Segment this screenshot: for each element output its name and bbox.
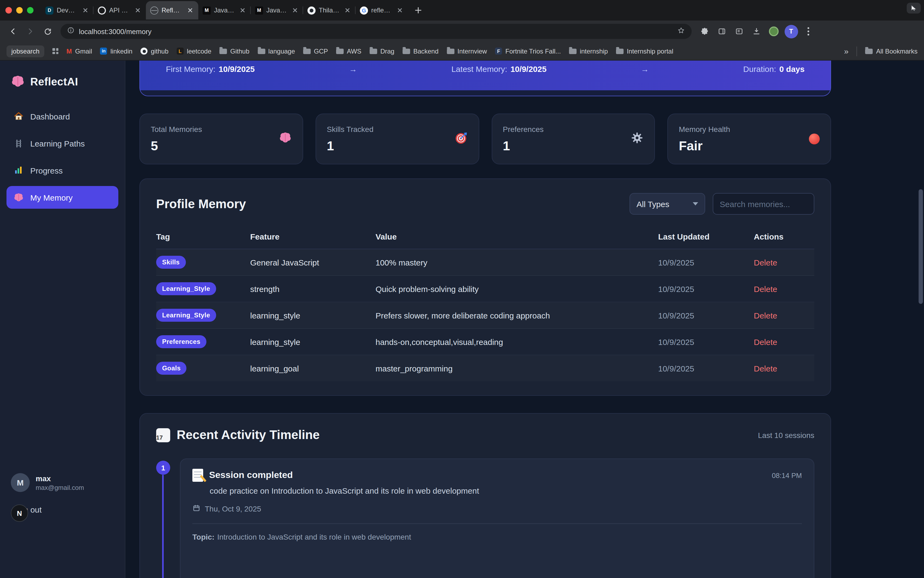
sidebar-item-learning-paths[interactable]: Learning Paths bbox=[6, 132, 118, 155]
close-tab-icon[interactable] bbox=[396, 6, 404, 14]
close-tab-icon[interactable] bbox=[291, 6, 299, 14]
bookmark-folder-internview[interactable]: Internview bbox=[447, 47, 487, 55]
bookmarks-bar: jobsearch MGmail inlinkedin github Lleet… bbox=[0, 42, 924, 60]
mdn-favicon: M bbox=[202, 6, 211, 14]
sidebar-item-label: Dashboard bbox=[30, 112, 70, 121]
new-tab-button[interactable] bbox=[411, 3, 425, 17]
session-title: Session completed bbox=[209, 470, 293, 481]
folder-icon bbox=[447, 49, 454, 54]
bookmark-folder-backend[interactable]: Backend bbox=[403, 47, 439, 55]
extension-grasshopper-icon[interactable] bbox=[766, 24, 782, 39]
minimize-window-button[interactable] bbox=[16, 7, 23, 13]
bookmark-folder-gcp[interactable]: GCP bbox=[303, 47, 328, 55]
sidebar-item-my-memory[interactable]: My Memory bbox=[6, 186, 118, 209]
bookmark-gmail[interactable]: MGmail bbox=[66, 47, 92, 55]
bookmark-folder-github[interactable]: Github bbox=[219, 47, 249, 55]
close-tab-icon[interactable] bbox=[134, 6, 142, 14]
table-row: Learning_Style learning_style Prefers sl… bbox=[156, 302, 814, 328]
gmail-icon: M bbox=[66, 47, 72, 55]
panel-title: Recent Activity Timeline bbox=[177, 428, 320, 442]
delete-button[interactable]: Delete bbox=[754, 337, 777, 346]
main-content: First Memory:10/9/2025 → Latest Memory:1… bbox=[125, 60, 924, 578]
sessions-count-label: Last 10 sessions bbox=[758, 431, 814, 439]
tag-badge: Preferences bbox=[156, 335, 206, 348]
zoom-window-button[interactable] bbox=[27, 7, 34, 13]
bookmark-star-icon[interactable] bbox=[677, 26, 685, 36]
memo-icon bbox=[193, 469, 203, 482]
type-filter-select[interactable]: All Types bbox=[629, 193, 705, 215]
tab-title: JavaScript data types and bbox=[214, 6, 236, 14]
calendar-outline-icon bbox=[193, 504, 201, 514]
site-info-icon[interactable] bbox=[67, 26, 74, 36]
bookmarks-overflow-chevron[interactable]: » bbox=[844, 47, 849, 56]
browser-profile-avatar[interactable]: T bbox=[783, 24, 799, 39]
forward-icon[interactable] bbox=[23, 24, 38, 39]
side-panel-icon[interactable] bbox=[714, 24, 730, 39]
bookmark-apps-grid[interactable] bbox=[52, 48, 58, 54]
first-memory: First Memory:10/9/2025 bbox=[166, 64, 255, 73]
tab-google-search[interactable]: G reflection - Google Searc bbox=[356, 2, 408, 18]
sidebar-item-dashboard[interactable]: Dashboard bbox=[6, 105, 118, 128]
tab-mdn-1[interactable]: M JavaScript data types and bbox=[198, 2, 251, 18]
address-bar[interactable]: localhost:3000/memory bbox=[60, 24, 692, 39]
calendar-icon: 17 bbox=[156, 428, 170, 442]
all-bookmarks-button[interactable]: All Bookmarks bbox=[866, 47, 918, 55]
bookmark-folder-internship[interactable]: internship bbox=[569, 47, 608, 55]
session-date: Thu, Oct 9, 2025 bbox=[205, 505, 261, 513]
bookmark-folder-internship-portal[interactable]: Internship portal bbox=[616, 47, 673, 55]
mdn-favicon: M bbox=[255, 6, 263, 14]
close-tab-icon[interactable] bbox=[239, 6, 246, 14]
col-actions: Actions bbox=[754, 227, 814, 249]
delete-button[interactable]: Delete bbox=[754, 284, 777, 293]
search-memories-input[interactable] bbox=[713, 193, 814, 215]
sidebar-item-progress[interactable]: Progress bbox=[6, 159, 118, 182]
user-name: max bbox=[36, 474, 84, 482]
folder-icon bbox=[219, 49, 227, 54]
bookmark-github[interactable]: github bbox=[141, 47, 168, 55]
delete-button[interactable]: Delete bbox=[754, 311, 777, 320]
close-tab-icon[interactable] bbox=[344, 6, 351, 14]
close-tab-icon[interactable] bbox=[186, 6, 194, 14]
reading-list-icon[interactable] bbox=[731, 24, 747, 39]
bookmark-leetcode[interactable]: Lleetcode bbox=[177, 47, 212, 55]
col-tag: Tag bbox=[156, 227, 250, 249]
user-avatar: M bbox=[11, 473, 30, 492]
delete-button[interactable]: Delete bbox=[754, 258, 777, 267]
folder-icon bbox=[616, 49, 623, 54]
bookmark-folder-drag[interactable]: Drag bbox=[370, 47, 395, 55]
stat-preferences: Preferences 1 bbox=[492, 114, 655, 164]
panel-title: Profile Memory bbox=[156, 196, 246, 211]
fortnite-icon: F bbox=[495, 47, 502, 55]
bookmark-fortnite[interactable]: FFortnite Trios Fall... bbox=[495, 47, 561, 55]
browser-menu-kebab-icon[interactable] bbox=[801, 24, 816, 39]
sidebar-item-label: My Memory bbox=[30, 193, 73, 202]
scrollbar-thumb[interactable] bbox=[919, 189, 923, 304]
bookmark-folder-language[interactable]: language bbox=[257, 47, 295, 55]
col-last-updated: Last Updated bbox=[658, 227, 754, 249]
close-tab-icon[interactable] bbox=[82, 6, 89, 14]
downloads-icon[interactable] bbox=[749, 24, 764, 39]
notification-n-badge[interactable]: N bbox=[11, 505, 28, 522]
extensions-puzzle-icon[interactable] bbox=[697, 24, 712, 39]
app-window: ReflectAI Dashboard Learning Paths bbox=[0, 60, 924, 578]
delete-button[interactable]: Delete bbox=[754, 364, 777, 373]
target-icon bbox=[455, 132, 468, 146]
tab-github[interactable]: ThilakNarasimhamurthy/R bbox=[303, 2, 356, 18]
openai-favicon bbox=[98, 6, 106, 14]
sidebar-item-label: Progress bbox=[30, 166, 63, 175]
reload-icon[interactable] bbox=[40, 24, 55, 39]
bookmark-jobsearch[interactable]: jobsearch bbox=[6, 45, 44, 57]
close-window-button[interactable] bbox=[5, 7, 12, 13]
tab-reflection-active[interactable]: Reflection - AI Learning C bbox=[146, 1, 198, 19]
timeline-body: 1 Session completed 08:14 PM code practi… bbox=[156, 458, 814, 578]
bookmark-linkedin[interactable]: inlinkedin bbox=[100, 47, 133, 55]
tab-openai[interactable]: API keys - OpenAI API bbox=[94, 2, 146, 18]
bookmark-folder-aws[interactable]: AWS bbox=[336, 47, 361, 55]
window-controls bbox=[5, 7, 34, 13]
tab-mdn-2[interactable]: M JavaScript data types and bbox=[251, 2, 303, 18]
gear-icon bbox=[631, 132, 644, 146]
timeline-step-number: 1 bbox=[156, 461, 170, 475]
back-icon[interactable] bbox=[5, 24, 21, 39]
tab-devpost[interactable]: D Devpost bbox=[41, 2, 94, 18]
screen: D Devpost API keys - OpenAI API Reflecti… bbox=[0, 0, 924, 578]
